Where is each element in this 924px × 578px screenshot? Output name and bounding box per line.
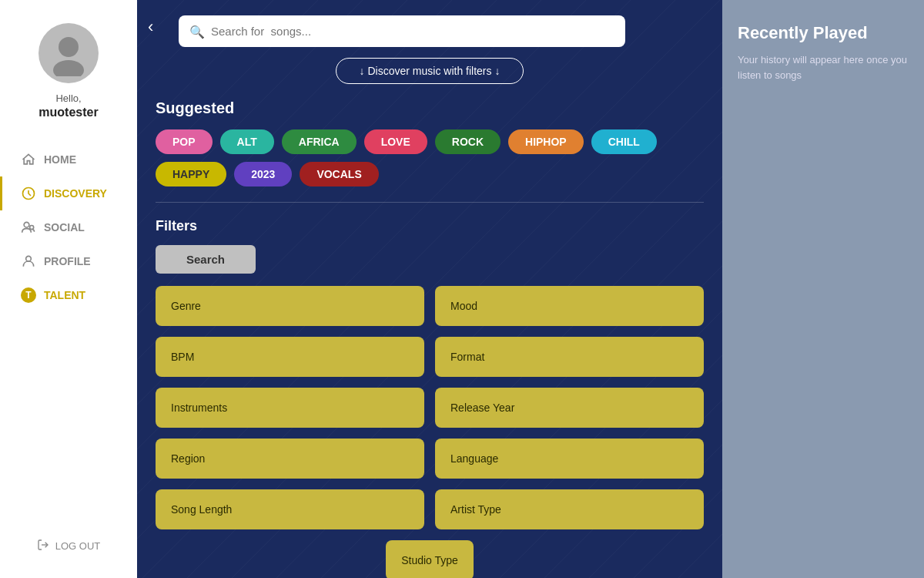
filter-genre[interactable]: Genre (156, 286, 424, 326)
right-panel: Recently Played Your history will appear… (722, 0, 924, 578)
tag-africa[interactable]: AFRICA (282, 129, 357, 154)
sidebar: Hello, muotester HOME DISCOVERY SOCIAL (0, 0, 137, 578)
sidebar-item-discovery[interactable]: DISCOVERY (0, 176, 137, 210)
home-icon (21, 152, 36, 167)
svg-point-0 (59, 37, 79, 57)
profile-icon (21, 254, 36, 269)
tag-alt[interactable]: ALT (220, 129, 274, 154)
logout-icon (37, 539, 49, 553)
tag-pop[interactable]: POP (156, 129, 213, 154)
divider (156, 202, 704, 203)
hello-text: Hello, (55, 92, 81, 104)
sidebar-item-home[interactable]: HOME (0, 143, 137, 176)
filter-studio-type[interactable]: Studio Type (386, 540, 474, 578)
back-button[interactable]: ‹ (148, 17, 153, 37)
sidebar-item-profile[interactable]: PROFILE (0, 244, 137, 278)
sidebar-item-talent[interactable]: T TALENT (0, 278, 137, 312)
search-icon: 🔍 (189, 24, 205, 39)
search-bar-container: 🔍 (179, 15, 704, 47)
username-text: muotester (38, 106, 98, 119)
talent-label: TALENT (44, 289, 85, 301)
home-label: HOME (44, 153, 76, 166)
svg-point-3 (24, 222, 29, 227)
filter-bpm[interactable]: BPM (156, 337, 424, 377)
avatar (38, 23, 99, 83)
tag-love[interactable]: LOVE (364, 129, 427, 154)
logout-button[interactable]: LOG OUT (18, 529, 119, 563)
search-input[interactable] (179, 15, 625, 47)
filters-section: Filters Search Genre Mood BPM Format Ins… (156, 218, 704, 578)
discover-filters-button[interactable]: ↓ Discover music with filters ↓ (336, 58, 524, 84)
search-filter-button[interactable]: Search (156, 245, 256, 274)
tag-2023[interactable]: 2023 (234, 162, 292, 187)
tag-vocals[interactable]: VOCALS (300, 162, 378, 187)
recently-played-title: Recently Played (738, 23, 909, 43)
svg-point-5 (26, 256, 32, 261)
filter-artist-type[interactable]: Artist Type (435, 489, 704, 529)
tag-hiphop[interactable]: HIPHOP (508, 129, 584, 154)
logout-label: LOG OUT (55, 540, 101, 552)
filter-instruments[interactable]: Instruments (156, 388, 424, 428)
recently-played-subtitle: Your history will appear here once you l… (738, 52, 909, 82)
social-label: SOCIAL (44, 221, 85, 234)
sidebar-nav: HOME DISCOVERY SOCIAL PROFILE T TALENT (0, 143, 137, 529)
svg-point-4 (30, 226, 34, 230)
filter-region[interactable]: Region (156, 439, 424, 479)
tags-container: POP ALT AFRICA LOVE ROCK HIPHOP CHILL HA… (156, 129, 704, 187)
tag-rock[interactable]: ROCK (435, 129, 500, 154)
filter-language[interactable]: Language (435, 439, 704, 479)
tag-happy[interactable]: HAPPY (156, 162, 226, 187)
suggested-section: Suggested POP ALT AFRICA LOVE ROCK HIPHO… (156, 99, 704, 187)
sidebar-item-social[interactable]: SOCIAL (0, 210, 137, 244)
filter-format[interactable]: Format (435, 337, 704, 377)
social-icon (21, 220, 36, 235)
suggested-title: Suggested (156, 99, 704, 117)
talent-icon: T (21, 287, 36, 303)
filter-release-year[interactable]: Release Year (435, 388, 704, 428)
discovery-icon (21, 186, 36, 201)
main-content: ‹ 🔍 ↓ Discover music with filters ↓ Sugg… (137, 0, 722, 578)
filter-grid: Genre Mood BPM Format Instruments Releas… (156, 286, 704, 578)
filter-mood[interactable]: Mood (435, 286, 704, 326)
tag-chill[interactable]: CHILL (591, 129, 657, 154)
discovery-label: DISCOVERY (44, 187, 107, 200)
profile-label: PROFILE (44, 255, 91, 267)
filter-song-length[interactable]: Song Length (156, 489, 424, 529)
filters-title: Filters (156, 218, 704, 234)
svg-point-1 (53, 60, 84, 76)
